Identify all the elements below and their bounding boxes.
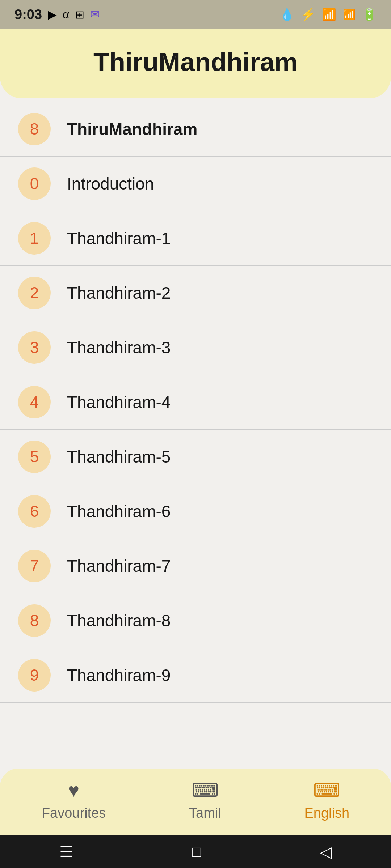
- item-badge: 6: [18, 495, 51, 528]
- item-label: Thandhiram-7: [67, 556, 171, 576]
- back-icon[interactable]: ◁: [320, 843, 332, 861]
- item-label: Introduction: [67, 174, 154, 193]
- keyboard-tamil-icon: ⌨: [192, 779, 219, 801]
- item-badge-number: 1: [30, 229, 39, 247]
- item-badge: 5: [18, 441, 51, 473]
- list-item[interactable]: 6Thandhiram-6: [0, 484, 391, 539]
- item-badge-number: 0: [30, 175, 39, 193]
- item-badge-number: 4: [30, 393, 39, 411]
- item-badge-number: 7: [30, 557, 39, 575]
- item-badge: 8: [18, 604, 51, 637]
- item-badge: 2: [18, 277, 51, 309]
- item-badge-number: 8: [30, 120, 39, 138]
- nav-english-label: English: [304, 805, 349, 821]
- nav-favourites-label: Favourites: [42, 805, 106, 821]
- alpha-icon: α: [63, 8, 70, 21]
- bluetooth-icon: ⚡: [301, 8, 315, 21]
- item-label: Thandhiram-3: [67, 338, 171, 357]
- item-badge: 9: [18, 659, 51, 692]
- item-badge-number: 5: [30, 448, 39, 466]
- status-time: 9:03: [14, 7, 42, 22]
- item-label: Thandhiram-5: [67, 447, 171, 467]
- list-item[interactable]: 3Thandhiram-3: [0, 320, 391, 375]
- list-item[interactable]: 5Thandhiram-5: [0, 430, 391, 484]
- list-item[interactable]: 2Thandhiram-2: [0, 266, 391, 320]
- heart-icon: ♥: [68, 779, 79, 801]
- system-nav-bar: ☰ □ ◁: [0, 835, 391, 868]
- nav-english[interactable]: ⌨ English: [304, 779, 349, 821]
- app-title: ThiruMandhiram: [93, 47, 298, 77]
- app-header: ThiruMandhiram: [0, 29, 391, 98]
- item-badge: 3: [18, 331, 51, 364]
- keyboard-english-icon: ⌨: [313, 779, 340, 801]
- item-label: ThiruMandhiram: [67, 119, 197, 139]
- nav-tamil[interactable]: ⌨ Tamil: [189, 779, 221, 821]
- item-badge: 4: [18, 386, 51, 418]
- item-badge: 8: [18, 113, 51, 145]
- main-list: 8ThiruMandhiram0Introduction1Thandhiram-…: [0, 102, 391, 771]
- item-label: Thandhiram-8: [67, 611, 171, 630]
- list-item[interactable]: 7Thandhiram-7: [0, 539, 391, 593]
- item-badge-number: 6: [30, 502, 39, 520]
- mail-icon: ✉: [90, 8, 100, 21]
- battery-icon: 🔋: [362, 8, 377, 21]
- list-item[interactable]: 9Thandhiram-9: [0, 648, 391, 703]
- list-container: 8ThiruMandhiram0Introduction1Thandhiram-…: [0, 102, 391, 703]
- signal-icon: 📶: [343, 9, 356, 21]
- item-badge: 7: [18, 550, 51, 582]
- item-badge: 0: [18, 167, 51, 200]
- item-label: Thandhiram-4: [67, 392, 171, 412]
- list-item[interactable]: 0Introduction: [0, 157, 391, 211]
- item-badge-number: 2: [30, 284, 39, 302]
- drop-icon: 💧: [280, 8, 294, 21]
- item-label: Thandhiram-2: [67, 283, 171, 303]
- bottom-nav: ♥ Favourites ⌨ Tamil ⌨ English: [0, 769, 391, 835]
- item-label: Thandhiram-9: [67, 665, 171, 685]
- item-badge-number: 9: [30, 666, 39, 684]
- status-bar: 9:03 ▶ α ⊞ ✉ 💧 ⚡ 📶 📶 🔋: [0, 0, 391, 29]
- list-item[interactable]: 1Thandhiram-1: [0, 211, 391, 266]
- list-item[interactable]: 4Thandhiram-4: [0, 375, 391, 430]
- status-left: 9:03 ▶ α ⊞ ✉: [14, 7, 100, 22]
- status-icons: 💧 ⚡ 📶 📶 🔋: [280, 8, 377, 21]
- home-icon[interactable]: □: [192, 843, 201, 860]
- item-label: Thandhiram-6: [67, 502, 171, 521]
- item-badge-number: 3: [30, 339, 39, 357]
- grid-icon: ⊞: [75, 8, 84, 21]
- list-item[interactable]: 8ThiruMandhiram: [0, 102, 391, 157]
- nav-tamil-label: Tamil: [189, 805, 221, 821]
- menu-icon[interactable]: ☰: [59, 843, 73, 861]
- item-label: Thandhiram-1: [67, 229, 171, 248]
- item-badge: 1: [18, 222, 51, 255]
- list-item[interactable]: 8Thandhiram-8: [0, 593, 391, 648]
- nav-favourites[interactable]: ♥ Favourites: [42, 779, 106, 821]
- youtube-icon: ▶: [48, 8, 57, 21]
- wifi-icon: 📶: [322, 8, 336, 21]
- item-badge-number: 8: [30, 612, 39, 630]
